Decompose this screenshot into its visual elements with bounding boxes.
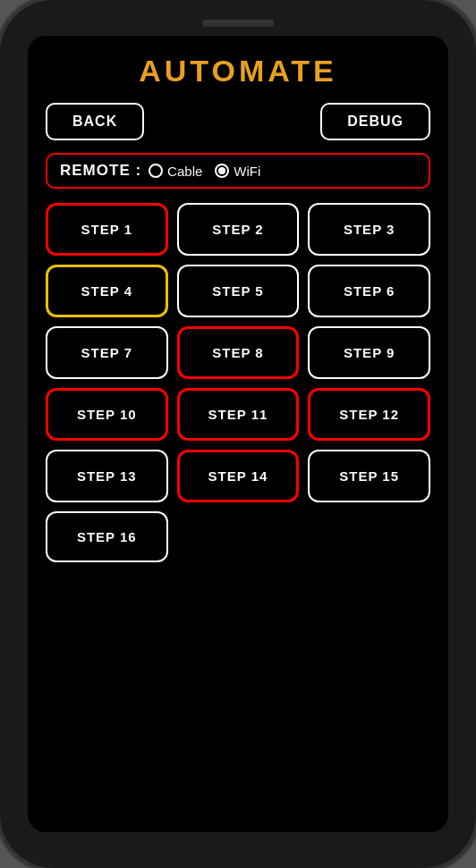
step-5-button[interactable]: STEP 5 (177, 265, 300, 317)
step-10-button[interactable]: STEP 10 (46, 388, 168, 441)
step-1-button[interactable]: STEP 1 (46, 203, 168, 256)
step-7-button[interactable]: STEP 7 (46, 326, 168, 379)
step-12-button[interactable]: STEP 12 (308, 388, 430, 441)
step-8-button[interactable]: STEP 8 (177, 326, 300, 379)
step-11-button[interactable]: STEP 11 (177, 388, 300, 441)
remote-row: REMOTE : Cable WiFi (46, 153, 430, 189)
app-title: AUTOMATE (139, 54, 337, 88)
radio-cable[interactable]: Cable (149, 164, 202, 179)
debug-button[interactable]: DEBUG (320, 103, 430, 140)
radio-cable-circle (149, 164, 163, 178)
step-6-button[interactable]: STEP 6 (308, 265, 430, 317)
step-14-button[interactable]: STEP 14 (177, 450, 300, 502)
step-16-button[interactable]: STEP 16 (46, 511, 168, 562)
step-4-button[interactable]: STEP 4 (46, 265, 168, 317)
back-button[interactable]: BACK (46, 103, 144, 140)
step-2-button[interactable]: STEP 2 (177, 203, 300, 256)
steps-grid: STEP 1STEP 2STEP 3STEP 4STEP 5STEP 6STEP… (46, 203, 430, 562)
top-buttons-row: BACK DEBUG (46, 103, 430, 140)
phone-speaker (202, 20, 274, 27)
step-3-button[interactable]: STEP 3 (308, 203, 430, 256)
phone-shell: AUTOMATE BACK DEBUG REMOTE : Cable WiFi … (0, 0, 476, 868)
radio-wifi-label: WiFi (234, 164, 260, 179)
step-15-button[interactable]: STEP 15 (308, 450, 430, 502)
step-9-button[interactable]: STEP 9 (308, 326, 430, 379)
remote-label: REMOTE : (60, 162, 141, 180)
step-13-button[interactable]: STEP 13 (46, 450, 168, 502)
radio-wifi-circle (215, 164, 229, 178)
radio-cable-label: Cable (167, 164, 202, 179)
remote-radio-group: Cable WiFi (149, 164, 260, 179)
screen: AUTOMATE BACK DEBUG REMOTE : Cable WiFi … (28, 36, 448, 832)
radio-wifi[interactable]: WiFi (215, 164, 260, 179)
